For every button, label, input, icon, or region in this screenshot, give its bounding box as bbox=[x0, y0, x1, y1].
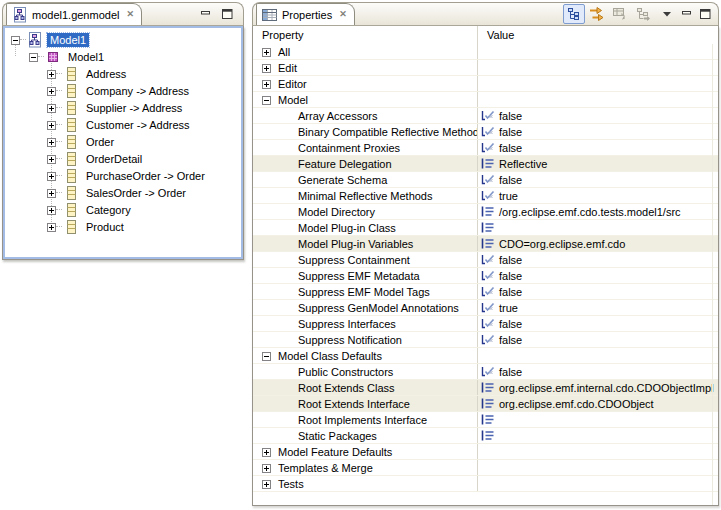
tree-connector bbox=[56, 209, 62, 210]
expander-minus-icon[interactable] bbox=[11, 35, 20, 44]
tree-item-model1[interactable]: Model1 bbox=[5, 31, 241, 48]
close-icon[interactable]: ✕ bbox=[126, 10, 134, 19]
minimize-button[interactable] bbox=[679, 4, 694, 24]
tree-item-supplier-address[interactable]: Supplier -> Address bbox=[5, 99, 241, 116]
category-row-tests[interactable]: Tests bbox=[253, 476, 718, 492]
tree-item-company-address[interactable]: Company -> Address bbox=[5, 82, 241, 99]
expander-plus-icon[interactable] bbox=[47, 205, 56, 214]
expander-plus-icon[interactable] bbox=[47, 86, 56, 95]
property-row-public-constructors[interactable]: Public Constructorsfalse bbox=[253, 364, 718, 380]
tree-item-label: Order bbox=[83, 135, 117, 149]
category-row-editor[interactable]: Editor bbox=[253, 76, 718, 92]
property-row-suppress-interfaces[interactable]: Suppress Interfacesfalse bbox=[253, 316, 718, 332]
tree-item-label: Customer -> Address bbox=[83, 118, 193, 132]
expander-plus-icon[interactable] bbox=[262, 479, 271, 488]
property-row-suppress-notification[interactable]: Suppress Notificationfalse bbox=[253, 332, 718, 348]
view-menu-button[interactable] bbox=[659, 4, 675, 24]
text-icon bbox=[481, 398, 495, 409]
expander-minus-icon[interactable] bbox=[262, 95, 271, 104]
property-row-generate-schema[interactable]: Generate Schemafalse bbox=[253, 172, 718, 188]
property-row-static-packages[interactable]: Static Packages bbox=[253, 428, 718, 444]
property-label: Root Implements Interface bbox=[298, 414, 427, 426]
property-label: Suppress Containment bbox=[298, 254, 410, 266]
category-row-all[interactable]: All bbox=[253, 44, 718, 60]
close-icon[interactable]: ✕ bbox=[339, 10, 347, 19]
expander-plus-icon[interactable] bbox=[262, 47, 271, 56]
property-row-array-accessors[interactable]: Array Accessorsfalse bbox=[253, 108, 718, 124]
maximize-button[interactable] bbox=[698, 4, 713, 24]
tree-item-product[interactable]: Product bbox=[5, 218, 241, 235]
boolean-icon bbox=[481, 286, 495, 297]
expander-plus-icon[interactable] bbox=[262, 79, 271, 88]
expander-plus-icon[interactable] bbox=[47, 154, 56, 163]
tree-connector bbox=[38, 56, 44, 57]
property-label: Suppress GenModel Annotations bbox=[298, 302, 459, 314]
tree-item-model1[interactable]: Model1 bbox=[5, 48, 241, 65]
class-icon bbox=[63, 185, 79, 201]
genmodel-editor-panel: model1.genmodel ✕ Model1Model1AddressCom… bbox=[2, 2, 244, 260]
expander-plus-icon[interactable] bbox=[47, 171, 56, 180]
property-row-root-implements-interface[interactable]: Root Implements Interface bbox=[253, 412, 718, 428]
tree-item-customer-address[interactable]: Customer -> Address bbox=[5, 116, 241, 133]
expander-plus-icon[interactable] bbox=[47, 69, 56, 78]
expander-plus-icon[interactable] bbox=[47, 103, 56, 112]
tree-mode-button[interactable] bbox=[563, 4, 585, 24]
category-row-templates-merge[interactable]: Templates & Merge bbox=[253, 460, 718, 476]
expander-plus-icon[interactable] bbox=[47, 137, 56, 146]
expander-plus-icon[interactable] bbox=[262, 463, 271, 472]
property-row-feature-delegation[interactable]: Feature DelegationReflective bbox=[253, 156, 718, 172]
property-row-model-plug-in-class[interactable]: Model Plug-in Class bbox=[253, 220, 718, 236]
tree-item-orderdetail[interactable]: OrderDetail bbox=[5, 150, 241, 167]
property-row-root-extends-class[interactable]: Root Extends Classorg.eclipse.emf.intern… bbox=[253, 380, 718, 396]
expander-plus-icon[interactable] bbox=[47, 222, 56, 231]
pin-view-button[interactable] bbox=[632, 4, 654, 24]
boolean-icon bbox=[481, 110, 495, 121]
restore-default-button[interactable] bbox=[609, 4, 631, 24]
property-row-suppress-genmodel-annotations[interactable]: Suppress GenModel Annotationstrue bbox=[253, 300, 718, 316]
property-row-containment-proxies[interactable]: Containment Proxiesfalse bbox=[253, 140, 718, 156]
category-label: All bbox=[278, 46, 290, 58]
class-icon bbox=[63, 134, 79, 150]
property-row-suppress-emf-metadata[interactable]: Suppress EMF Metadatafalse bbox=[253, 268, 718, 284]
property-value: false bbox=[499, 366, 522, 378]
category-row-edit[interactable]: Edit bbox=[253, 60, 718, 76]
property-row-model-directory[interactable]: Model Directory/org.eclipse.emf.cdo.test… bbox=[253, 204, 718, 220]
tree-item-category[interactable]: Category bbox=[5, 201, 241, 218]
expander-minus-icon[interactable] bbox=[29, 52, 38, 61]
property-row-minimal-reflective-methods[interactable]: Minimal Reflective Methodstrue bbox=[253, 188, 718, 204]
boolean-icon bbox=[481, 142, 495, 153]
expander-plus-icon[interactable] bbox=[47, 188, 56, 197]
editor-tab-model1-genmodel[interactable]: model1.genmodel ✕ bbox=[6, 3, 142, 25]
property-label: Suppress EMF Model Tags bbox=[298, 286, 430, 298]
expander-plus-icon[interactable] bbox=[262, 63, 271, 72]
tree-item-order[interactable]: Order bbox=[5, 133, 241, 150]
property-label: Public Constructors bbox=[298, 366, 393, 378]
boolean-icon bbox=[481, 270, 495, 281]
category-row-model-feature-defaults[interactable]: Model Feature Defaults bbox=[253, 444, 718, 460]
property-row-binary-compatible-reflective-methods[interactable]: Binary Compatible Reflective Methodsfals… bbox=[253, 124, 718, 140]
properties-tabbar: Properties ✕ bbox=[252, 2, 719, 26]
class-icon bbox=[63, 151, 79, 167]
tree-item-purchaseorder-order[interactable]: PurchaseOrder -> Order bbox=[5, 167, 241, 184]
tree-item-label: Company -> Address bbox=[83, 84, 192, 98]
expander-minus-icon[interactable] bbox=[262, 351, 271, 360]
tree-item-label: Category bbox=[83, 203, 134, 217]
minimize-button[interactable] bbox=[199, 7, 213, 21]
class-icon bbox=[63, 117, 79, 133]
property-row-root-extends-interface[interactable]: Root Extends Interfaceorg.eclipse.emf.cd… bbox=[253, 396, 718, 412]
property-row-suppress-emf-model-tags[interactable]: Suppress EMF Model Tagsfalse bbox=[253, 284, 718, 300]
maximize-button[interactable] bbox=[220, 7, 234, 21]
property-row-model-plug-in-variables[interactable]: Model Plug-in VariablesCDO=org.eclipse.e… bbox=[253, 236, 718, 252]
category-row-model[interactable]: Model bbox=[253, 92, 718, 108]
advanced-properties-button[interactable] bbox=[586, 4, 608, 24]
tree-item-address[interactable]: Address bbox=[5, 65, 241, 82]
category-label: Templates & Merge bbox=[278, 462, 373, 474]
tree-item-salesorder-order[interactable]: SalesOrder -> Order bbox=[5, 184, 241, 201]
property-label: Static Packages bbox=[298, 430, 377, 442]
category-row-model-class-defaults[interactable]: Model Class Defaults bbox=[253, 348, 718, 364]
expander-plus-icon[interactable] bbox=[47, 120, 56, 129]
maximize-icon bbox=[700, 9, 711, 19]
expander-plus-icon[interactable] bbox=[262, 447, 271, 456]
property-row-suppress-containment[interactable]: Suppress Containmentfalse bbox=[253, 252, 718, 268]
properties-tab[interactable]: Properties ✕ bbox=[256, 3, 355, 25]
